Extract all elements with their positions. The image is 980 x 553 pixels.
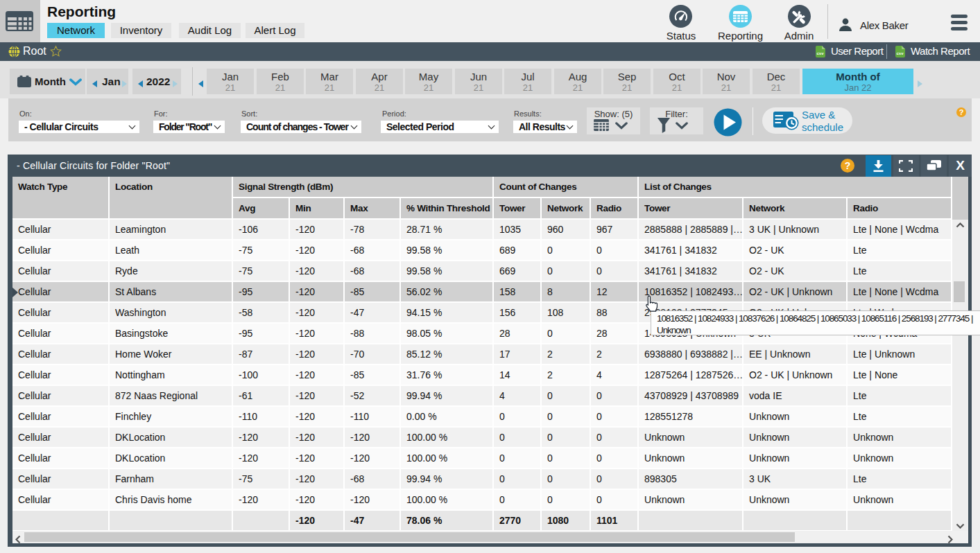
svg-text:csv: csv bbox=[816, 51, 824, 55]
svg-text:csv: csv bbox=[896, 51, 904, 55]
